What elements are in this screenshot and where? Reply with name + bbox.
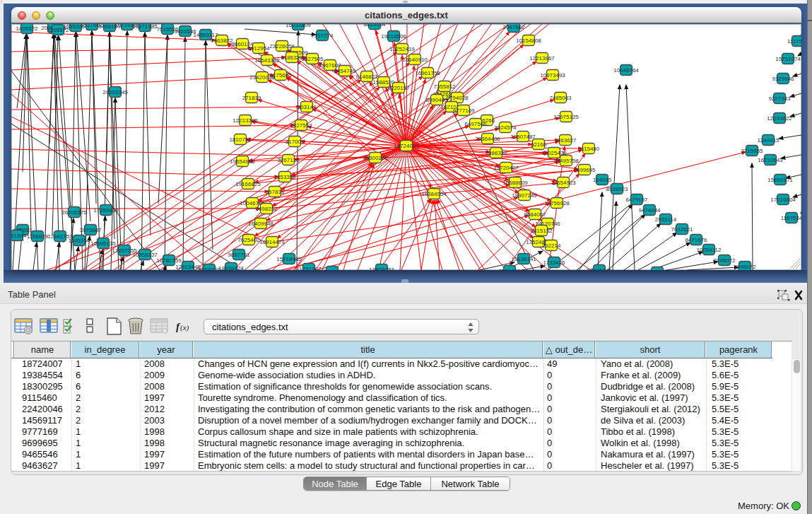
svg-text:15751074: 15751074 (775, 56, 801, 62)
svg-text:9474444: 9474444 (638, 207, 661, 214)
svg-text:14569117: 14569117 (194, 32, 219, 38)
svg-text:15692971: 15692971 (767, 177, 793, 183)
svg-text:13654923: 13654923 (551, 180, 576, 186)
svg-text:12213967: 12213967 (529, 55, 555, 62)
svg-text:10154808: 10154808 (516, 37, 541, 44)
svg-text:18300295: 18300295 (363, 155, 388, 161)
svg-text:9857791: 9857791 (228, 252, 250, 258)
svg-text:15136141: 15136141 (587, 267, 612, 271)
svg-text:18907249: 18907249 (512, 192, 537, 199)
svg-text:(x): (x) (180, 323, 189, 332)
svg-text:8595418: 8595418 (498, 268, 521, 271)
svg-text:8471676: 8471676 (685, 237, 707, 243)
svg-text:803144: 803144 (298, 104, 317, 110)
svg-text:9245072: 9245072 (713, 257, 736, 264)
svg-text:9777169: 9777169 (452, 107, 475, 114)
svg-text:252214: 252214 (542, 243, 561, 249)
svg-text:13252419: 13252419 (389, 46, 415, 52)
svg-text:1167534: 1167534 (781, 215, 801, 221)
svg-text:2245012: 2245012 (646, 269, 669, 271)
svg-text:20053345: 20053345 (102, 89, 128, 95)
svg-text:10648764: 10648764 (613, 67, 639, 74)
svg-text:12213383: 12213383 (233, 117, 258, 124)
svg-text:317005: 317005 (286, 139, 305, 145)
svg-text:9427552: 9427552 (290, 122, 312, 129)
svg-text:13808053: 13808053 (369, 267, 394, 271)
svg-text:16914479: 16914479 (259, 239, 285, 245)
svg-text:15716485: 15716485 (276, 256, 302, 262)
svg-text:7357274: 7357274 (311, 33, 334, 39)
svg-text:10958137: 10958137 (132, 252, 158, 258)
svg-text:7485063: 7485063 (549, 95, 572, 101)
svg-text:13720407: 13720407 (493, 165, 519, 171)
svg-text:3975887: 3975887 (79, 227, 102, 233)
svg-text:19756928: 19756928 (544, 200, 570, 206)
svg-text:6497566: 6497566 (464, 121, 487, 127)
svg-text:17016504: 17016504 (770, 197, 796, 203)
svg-text:10807487: 10807487 (510, 134, 536, 140)
svg-text:1815132: 1815132 (530, 228, 553, 234)
svg-text:8990443: 8990443 (425, 97, 448, 103)
svg-text:11251907: 11251907 (297, 266, 322, 271)
svg-text:1463627: 1463627 (554, 137, 577, 144)
svg-text:10688609: 10688609 (502, 180, 528, 186)
svg-text:16671385: 16671385 (132, 24, 158, 30)
svg-text:16782759: 16782759 (156, 257, 182, 264)
svg-text:18939424: 18939424 (218, 265, 244, 271)
svg-text:16409948: 16409948 (248, 221, 273, 227)
svg-text:9115460: 9115460 (578, 146, 600, 152)
svg-text:9329946: 9329946 (772, 76, 794, 82)
svg-text:557833: 557833 (266, 189, 285, 195)
svg-text:2047682: 2047682 (502, 24, 525, 30)
svg-text:271819: 271819 (242, 95, 261, 101)
svg-text:8938923: 8938923 (606, 186, 628, 192)
svg-text:5912954: 5912954 (247, 45, 270, 52)
svg-text:164095: 164095 (593, 177, 612, 183)
svg-text:54495758: 54495758 (553, 158, 579, 164)
svg-text:9084067: 9084067 (524, 211, 546, 218)
svg-text:1156829: 1156829 (27, 233, 49, 240)
svg-text:8813054: 8813054 (363, 24, 386, 28)
svg-text:1405572: 1405572 (16, 25, 38, 32)
svg-text:8220157: 8220157 (387, 85, 410, 91)
svg-text:7625402: 7625402 (237, 237, 260, 243)
svg-text:1733426: 1733426 (543, 259, 565, 266)
svg-text:2935114: 2935114 (655, 216, 677, 223)
svg-text:16640910: 16640910 (402, 57, 428, 63)
svg-text:9327505: 9327505 (301, 56, 324, 62)
svg-text:1145194: 1145194 (69, 238, 90, 244)
svg-text:62160: 62160 (531, 141, 547, 148)
svg-text:12505135: 12505135 (90, 240, 116, 247)
svg-text:16961758: 16961758 (415, 70, 440, 76)
svg-text:6479197: 6479197 (625, 197, 648, 203)
svg-text:7986322: 7986322 (485, 150, 507, 156)
svg-text:9794028: 9794028 (446, 95, 469, 101)
svg-text:9920878: 9920878 (321, 269, 343, 271)
svg-text:3498222: 3498222 (255, 206, 278, 212)
svg-text:7632621: 7632621 (671, 226, 693, 233)
svg-text:1244415: 1244415 (757, 137, 779, 144)
svg-text:26206575: 26206575 (61, 209, 87, 216)
svg-text:9699695: 9699695 (573, 167, 596, 173)
svg-text:19166825: 19166825 (235, 181, 261, 187)
svg-text:391594: 391594 (11, 233, 27, 239)
svg-text:12033822: 12033822 (767, 115, 792, 122)
svg-text:1117531: 1117531 (787, 38, 801, 45)
svg-text:7355812: 7355812 (433, 83, 456, 90)
svg-text:12975125: 12975125 (553, 114, 579, 120)
svg-text:3267130: 3267130 (277, 157, 300, 163)
svg-text:20364436: 20364436 (475, 136, 500, 142)
svg-text:19654985: 19654985 (230, 158, 255, 165)
svg-text:23420046: 23420046 (249, 74, 275, 81)
svg-text:18724007: 18724007 (394, 143, 419, 149)
svg-text:9463627: 9463627 (198, 267, 220, 271)
svg-text:19218506: 19218506 (381, 33, 406, 40)
svg-text:16210643: 16210643 (758, 157, 783, 163)
svg-text:10973493: 10973493 (540, 72, 565, 78)
svg-text:16543362: 16543362 (254, 57, 280, 64)
svg-text:10054112: 10054112 (697, 247, 722, 253)
svg-text:9227343: 9227343 (768, 95, 791, 102)
svg-text:7663822: 7663822 (211, 37, 233, 44)
svg-text:3624574: 3624574 (494, 124, 517, 131)
svg-text:8186323: 8186323 (281, 54, 303, 61)
